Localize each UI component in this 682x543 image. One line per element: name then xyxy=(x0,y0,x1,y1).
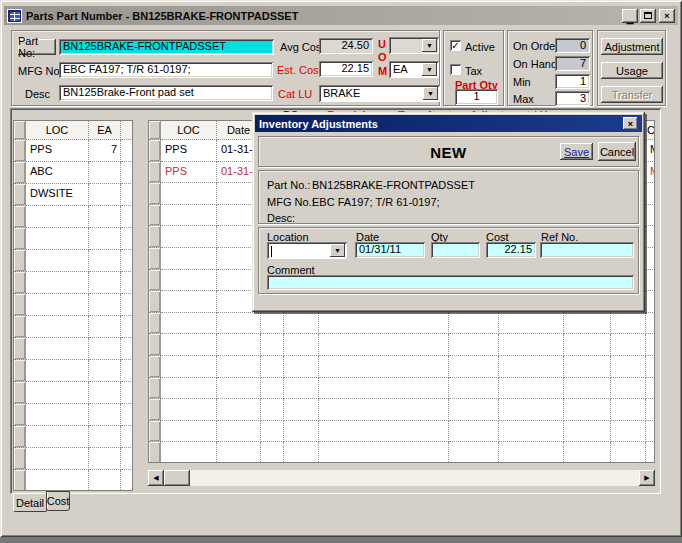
max-field[interactable]: 3 xyxy=(555,91,590,106)
grid-cell[interactable] xyxy=(161,442,217,463)
grid-cell[interactable] xyxy=(161,399,217,421)
row-selector[interactable] xyxy=(149,248,161,270)
scroll-right-icon[interactable]: ▶ xyxy=(639,470,655,486)
row-selector[interactable] xyxy=(14,206,26,228)
grid-cell[interactable] xyxy=(284,334,319,356)
column-header[interactable]: EA xyxy=(89,121,121,140)
grid-cell[interactable] xyxy=(26,294,89,316)
row-selector[interactable] xyxy=(149,140,161,162)
grid-cell[interactable] xyxy=(611,421,646,443)
grid-cell[interactable] xyxy=(89,162,121,184)
grid-cell[interactable] xyxy=(319,313,449,335)
row-selector[interactable] xyxy=(149,205,161,227)
row-selector[interactable] xyxy=(149,421,161,443)
grid-cell[interactable] xyxy=(646,356,655,378)
grid-cell[interactable] xyxy=(89,294,121,316)
row-selector[interactable] xyxy=(14,140,26,162)
column-header[interactable] xyxy=(121,121,133,140)
grid-cell[interactable] xyxy=(121,470,133,491)
grid-cell[interactable] xyxy=(121,250,133,272)
row-selector[interactable] xyxy=(14,360,26,382)
grid-cell[interactable] xyxy=(121,272,133,294)
grid-cell[interactable] xyxy=(26,470,89,491)
grid-cell[interactable] xyxy=(499,334,564,356)
save-button[interactable]: Save xyxy=(560,143,593,160)
desc-field[interactable]: BN125Brake-Front pad set xyxy=(59,85,273,101)
cost-field[interactable]: 22.15 xyxy=(486,242,536,258)
grid-cell[interactable] xyxy=(26,360,89,382)
grid-cell[interactable] xyxy=(26,448,89,470)
grid-cell[interactable] xyxy=(319,442,449,463)
grid-cell[interactable] xyxy=(161,291,217,313)
grid-cell[interactable] xyxy=(261,313,284,335)
tab-detail[interactable]: Detail xyxy=(13,494,47,512)
grid-cell[interactable] xyxy=(161,205,217,227)
grid-cell[interactable] xyxy=(26,228,89,250)
chevron-down-icon[interactable]: ▼ xyxy=(422,63,437,76)
row-selector[interactable] xyxy=(14,294,26,316)
row-selector[interactable] xyxy=(14,121,26,140)
grid-cell[interactable]: PPS xyxy=(26,140,89,162)
grid-cell[interactable] xyxy=(646,399,655,421)
grid-cell[interactable] xyxy=(161,226,217,248)
grid-cell[interactable] xyxy=(284,313,319,335)
grid-cell[interactable] xyxy=(121,382,133,404)
restore-button[interactable] xyxy=(640,9,656,23)
chevron-down-icon[interactable]: ▼ xyxy=(422,39,437,52)
grid-cell[interactable] xyxy=(564,421,611,443)
grid-cell[interactable] xyxy=(217,399,261,421)
grid-cell[interactable] xyxy=(611,378,646,400)
row-selector[interactable] xyxy=(149,226,161,248)
est-cost-field[interactable]: 22.15 xyxy=(319,61,373,77)
grid-cell[interactable] xyxy=(89,448,121,470)
row-selector[interactable] xyxy=(149,183,161,205)
grid-cell[interactable] xyxy=(121,448,133,470)
ref-no-field[interactable] xyxy=(540,242,634,258)
grid-cell[interactable] xyxy=(564,399,611,421)
grid-cell[interactable] xyxy=(121,404,133,426)
scroll-left-icon[interactable]: ◀ xyxy=(148,470,164,486)
comment-field[interactable] xyxy=(267,275,634,290)
grid-cell[interactable] xyxy=(449,313,499,335)
part-qty-field[interactable]: 1 xyxy=(455,89,498,105)
tax-checkbox[interactable] xyxy=(450,64,461,75)
usage-button[interactable]: Usage xyxy=(601,62,663,79)
dialog-close-button[interactable]: × xyxy=(623,117,638,130)
grid-cell[interactable] xyxy=(499,399,564,421)
grid-cell[interactable] xyxy=(161,334,217,356)
grid-cell[interactable] xyxy=(499,421,564,443)
grid-cell[interactable] xyxy=(261,442,284,463)
close-button[interactable]: × xyxy=(659,9,675,23)
uom1-combo[interactable]: ▼ xyxy=(389,37,439,54)
row-selector[interactable] xyxy=(149,356,161,378)
grid-cell[interactable] xyxy=(161,183,217,205)
grid-cell[interactable] xyxy=(564,313,611,335)
grid-cell[interactable] xyxy=(26,316,89,338)
grid-cell[interactable] xyxy=(646,334,655,356)
grid-cell[interactable] xyxy=(121,338,133,360)
row-selector[interactable] xyxy=(14,250,26,272)
grid-cell[interactable] xyxy=(611,313,646,335)
title-bar[interactable]: Parts Part Number - BN125BRAKE-FRONTPADS… xyxy=(4,6,678,25)
grid-cell[interactable] xyxy=(89,470,121,491)
grid-cell[interactable] xyxy=(646,270,655,292)
grid-cell[interactable] xyxy=(499,378,564,400)
grid-cell[interactable] xyxy=(646,205,655,227)
grid-cell[interactable] xyxy=(121,184,133,206)
chevron-down-icon[interactable]: ▼ xyxy=(423,87,438,100)
grid-cell[interactable] xyxy=(89,228,121,250)
grid-cell[interactable] xyxy=(161,421,217,443)
row-selector[interactable] xyxy=(149,270,161,292)
grid-cell[interactable] xyxy=(499,356,564,378)
grid-cell[interactable] xyxy=(284,442,319,463)
grid-cell[interactable] xyxy=(121,294,133,316)
grid-cell[interactable] xyxy=(261,399,284,421)
row-selector[interactable] xyxy=(14,272,26,294)
grid-cell[interactable] xyxy=(89,404,121,426)
grid-cell[interactable] xyxy=(161,378,217,400)
row-selector[interactable] xyxy=(14,316,26,338)
scrollbar-thumb[interactable] xyxy=(164,470,190,486)
grid-cell[interactable] xyxy=(121,162,133,184)
grid-cell[interactable] xyxy=(646,226,655,248)
location-combo[interactable]: ▼ xyxy=(267,242,347,259)
